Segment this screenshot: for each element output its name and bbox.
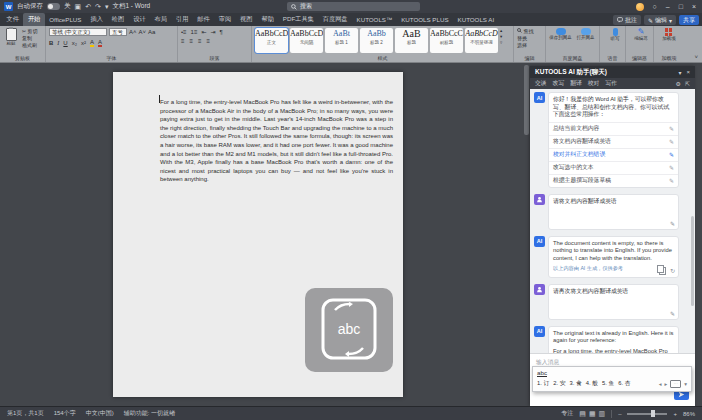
style-heading2[interactable]: AaBb标题 2 <box>360 28 393 53</box>
styles-gallery-more-icon[interactable]: ▿ <box>500 40 502 45</box>
open-netdisk-button[interactable]: 打开网盘 <box>574 28 597 41</box>
collapse-ribbon-icon[interactable]: ˅ <box>694 54 698 60</box>
style-subtle-emphasis[interactable]: AaBbCcD不明显强调 <box>465 28 498 53</box>
pane-tab-translate[interactable]: 翻译 <box>570 79 582 88</box>
styles-gallery-down-icon[interactable]: ▾ <box>500 34 502 39</box>
focus-mode-button[interactable]: 专注 <box>561 409 573 418</box>
font-size-combobox[interactable]: 五号 <box>109 28 127 36</box>
web-layout-icon[interactable]: ▥ <box>599 410 606 418</box>
ime-candidate[interactable]: 4. 般 <box>586 379 598 388</box>
tab-kutools[interactable]: KUTOOLS™ <box>352 13 397 26</box>
underline-button[interactable]: U <box>63 40 67 46</box>
edit-message-pencil-icon[interactable]: ✎ <box>670 220 675 227</box>
format-painter-button[interactable]: 格式刷 <box>22 42 38 49</box>
restore-button[interactable]: □ <box>679 3 683 10</box>
zoom-slider-knob[interactable] <box>651 410 655 417</box>
pane-scrollbar[interactable] <box>691 216 694 306</box>
tab-kutools-plus[interactable]: KUTOOLS PLUS <box>397 13 453 26</box>
minimize-button[interactable]: – <box>666 3 670 10</box>
superscript-button[interactable]: x² <box>81 40 86 46</box>
tab-kutools-ai[interactable]: KUTOOLS AI <box>453 13 499 26</box>
pane-settings-gear-icon[interactable]: ⚙ <box>676 80 681 87</box>
pane-expand-icon[interactable]: ⇱ <box>685 80 690 87</box>
tab-references[interactable]: 引用 <box>171 13 192 26</box>
zoom-in-button[interactable]: + <box>673 411 677 417</box>
tab-help[interactable]: 帮助 <box>257 13 278 26</box>
paste-button[interactable]: 粘贴 <box>3 28 19 49</box>
titlebar-chevron-icon[interactable]: ▾ <box>105 3 109 11</box>
page-indicator[interactable]: 第1页，共1页 <box>7 409 44 418</box>
copy-button[interactable]: 复制 <box>22 35 38 42</box>
tab-pdf-tools[interactable]: PDF工具集 <box>278 13 318 26</box>
dictate-button[interactable]: 听写 <box>603 28 627 42</box>
ime-candidate[interactable]: 2. 安 <box>553 379 565 388</box>
subscript-button[interactable]: x₂ <box>72 40 77 46</box>
bold-button[interactable]: B <box>49 40 53 46</box>
print-layout-icon[interactable]: ▦ <box>589 410 596 418</box>
share-button[interactable]: 共享 <box>679 15 699 25</box>
tab-review[interactable]: 审阅 <box>214 13 235 26</box>
zoom-slider[interactable] <box>627 413 667 415</box>
tab-officeplus[interactable]: OfficePLUS <box>45 13 86 26</box>
style-title[interactable]: AaB标题 <box>395 28 428 53</box>
ai-suggestion-translate[interactable]: 将文档内容翻译成英语✎ <box>549 135 678 148</box>
change-case-button[interactable]: Aa <box>148 29 155 35</box>
cut-button[interactable]: ✂ 剪切 <box>22 28 38 35</box>
align-center-button[interactable]: ≡ <box>190 38 194 44</box>
justify-button[interactable]: ≡ <box>207 38 211 44</box>
comments-button[interactable]: 批注 <box>613 15 641 25</box>
ai-suggestion-draft[interactable]: 根据主题撰写段落草稿✎ <box>549 174 678 187</box>
italic-button[interactable]: I <box>57 40 59 46</box>
word-count[interactable]: 154个字 <box>54 409 76 418</box>
increase-indent-button[interactable]: ⇥ <box>210 28 215 35</box>
zoom-out-button[interactable]: – <box>618 411 621 417</box>
pane-tab-rewrite[interactable]: 改写 <box>553 79 565 88</box>
ime-candidate[interactable]: 3. 食 <box>570 379 582 388</box>
style-no-spacing[interactable]: AaBbCcD无间隔 <box>290 28 323 53</box>
tab-view[interactable]: 视图 <box>236 13 257 26</box>
accessibility-status[interactable]: 辅助功能: 一切就绪 <box>124 409 175 418</box>
zoom-level[interactable]: 86% <box>683 411 695 417</box>
align-right-button[interactable]: ≡ <box>198 38 202 44</box>
tab-mailings[interactable]: 邮件 <box>193 13 214 26</box>
regenerate-icon[interactable]: ↻ <box>670 267 675 274</box>
chat-history[interactable]: AI 你好！我是你的 Word AI 助手，可以帮你改写、翻译、总结和创作文档内… <box>530 89 695 353</box>
pane-tab-proofread[interactable]: 校对 <box>588 79 600 88</box>
ime-candidate[interactable]: 5. 鱼 <box>602 379 614 388</box>
style-heading1[interactable]: AaBt标题 1 <box>325 28 358 53</box>
style-normal[interactable]: AaBbCcD正文 <box>255 28 288 53</box>
autosave-toggle[interactable] <box>47 3 60 10</box>
addins-button[interactable]: 加载项 <box>657 28 681 42</box>
ai-suggestion-rewrite[interactable]: 改写选中的文本✎ <box>549 161 678 174</box>
save-to-netdisk-button[interactable]: 保存到网盘 <box>549 28 572 41</box>
editor-button[interactable]: ✎ 编辑器 <box>629 28 653 42</box>
font-name-combobox[interactable]: 等线 (中文正文) <box>49 28 107 36</box>
read-mode-icon[interactable]: ▤ <box>579 410 586 418</box>
styles-gallery-up-icon[interactable]: ▴ <box>500 28 502 33</box>
ai-suggestion-summarize[interactable]: 总结当前文档内容✎ <box>549 122 678 135</box>
ime-candidate[interactable]: 6. 杏 <box>618 379 630 388</box>
search-input[interactable]: 搜索 <box>287 2 420 11</box>
copy-icon[interactable] <box>659 267 666 275</box>
document-scrollbar[interactable] <box>524 65 529 403</box>
ribbon-options-icon[interactable]: ○ <box>653 3 657 10</box>
find-button[interactable]: 查找 <box>517 28 543 35</box>
ime-next-page-icon[interactable]: ▸ <box>664 381 667 387</box>
tab-file[interactable]: 文件 <box>2 13 23 26</box>
document-paragraph[interactable]: For a long time, the entry-level MacBook… <box>160 98 393 184</box>
ime-candidate[interactable]: 1. 订 <box>537 379 549 388</box>
tab-design[interactable]: 设计 <box>129 13 150 26</box>
close-button[interactable]: × <box>692 3 696 10</box>
pane-tab-chat[interactable]: 交谈 <box>535 79 547 88</box>
grow-font-button[interactable]: A˄ <box>129 29 137 35</box>
font-color-button[interactable]: A <box>98 39 102 47</box>
shrink-font-button[interactable]: A˅ <box>139 29 147 35</box>
pane-close-icon[interactable]: × <box>686 69 690 76</box>
pane-dropdown-icon[interactable]: ▾ <box>678 69 681 76</box>
ime-keyboard-icon[interactable]: ··· <box>670 380 681 388</box>
tab-draw[interactable]: 绘图 <box>107 13 128 26</box>
bullets-button[interactable]: •≡ <box>181 29 187 35</box>
ime-menu-chevron-icon[interactable]: ▾ <box>684 381 687 387</box>
text-highlight-button[interactable]: A <box>90 39 94 47</box>
paragraph-mark-button[interactable]: ¶ <box>220 29 223 35</box>
